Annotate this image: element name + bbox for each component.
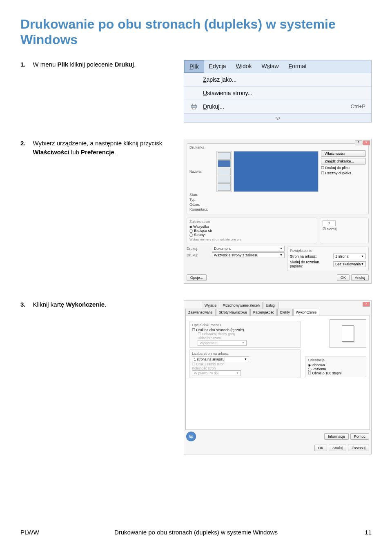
menu-tab-wstaw[interactable]: Wstaw bbox=[257, 60, 284, 73]
znajdz-drukarke-button[interactable]: Znajdź drukarkę... bbox=[321, 158, 366, 165]
s1-pre: W menu bbox=[33, 61, 58, 68]
menu-expand-chevron[interactable] bbox=[184, 114, 371, 122]
step-3: 3. Kliknij kartę Wykończenie. ✕ Wyjście … bbox=[20, 300, 372, 454]
chk-druk-2str[interactable]: Druk na obu stronach (ręcznie) bbox=[192, 328, 298, 332]
blank-icon bbox=[190, 76, 200, 84]
s1-b1: Plik bbox=[58, 61, 69, 68]
ok-button[interactable]: OK bbox=[337, 274, 350, 281]
skaluj-combo[interactable]: Bez skalowania▼ bbox=[333, 261, 366, 267]
tab-zaawansowane[interactable]: Zaawansowane bbox=[185, 309, 216, 316]
step-3-num: 3. bbox=[20, 300, 26, 309]
close-sysbutton[interactable]: ✕ bbox=[363, 302, 370, 307]
reczny-dupleks-checkbox[interactable]: Ręczny dupleks bbox=[321, 171, 366, 175]
liczba-val: 1 strona na arkuszu bbox=[194, 357, 225, 361]
drukuj-zakres-combo[interactable]: Wszystkie strony z zakresu▼ bbox=[212, 252, 285, 258]
help-sysbutton[interactable]: ? bbox=[355, 140, 362, 145]
drukuj-do-pliku-checkbox[interactable]: Drukuj do pliku bbox=[321, 166, 366, 170]
drukuj-combo-val: Dokument bbox=[214, 247, 231, 251]
grp-opcje-dok: Opcje dokumentu bbox=[192, 323, 298, 327]
ok-button[interactable]: OK bbox=[314, 445, 327, 451]
lbl-skaluj: Skaluj do rozmiaru papieru: bbox=[290, 260, 331, 268]
step-2-num: 2. bbox=[20, 139, 26, 157]
chevron-down-icon: ▼ bbox=[244, 358, 247, 361]
grp-drukarka: Drukarka bbox=[189, 145, 366, 149]
s2-b2: Preferencje bbox=[81, 149, 114, 156]
radio-pionowa[interactable]: Pionowa bbox=[308, 363, 363, 367]
radio-biezaca[interactable]: Bieżąca str bbox=[189, 229, 314, 233]
orientation-preview bbox=[330, 319, 366, 348]
wlasciwosci-button[interactable]: Właściwości bbox=[321, 150, 366, 157]
footer-left: PLWW bbox=[20, 529, 39, 536]
s1-mid: kliknij polecenie bbox=[68, 61, 114, 68]
opcje-button[interactable]: Opcje... bbox=[187, 274, 207, 281]
tab-efekty[interactable]: Efekty bbox=[277, 309, 293, 316]
footer-center: Drukowanie po obu stronach (dupleks) w s… bbox=[114, 529, 278, 536]
printer-option-icon[interactable] bbox=[218, 183, 231, 191]
stron-val: 1 strona bbox=[335, 254, 349, 258]
step-1-body: W menu Plik kliknij polecenie Drukuj. bbox=[33, 60, 136, 69]
drukuj-label: Drukuj... bbox=[203, 103, 351, 110]
menu-tab-edycja[interactable]: Edycja bbox=[204, 60, 231, 73]
tab-wykonczenie[interactable]: Wykończenie bbox=[293, 309, 319, 316]
tab-skroty[interactable]: Skróty klawiszowe bbox=[216, 309, 250, 316]
footer-pagenum: 11 bbox=[365, 529, 372, 536]
liczba-stron-combo[interactable]: 1 strona na arkuszu▼ bbox=[192, 356, 249, 362]
anuluj-button[interactable]: Anuluj bbox=[351, 274, 369, 281]
stron-combo[interactable]: 1 strona▼ bbox=[333, 254, 366, 259]
kopie-spinner[interactable]: 1 bbox=[323, 220, 336, 226]
s2-post: . bbox=[114, 149, 116, 156]
sortuj-checkbox[interactable]: Sortuj bbox=[323, 227, 366, 231]
menu-item-zapisz-jako[interactable]: Zapisz jako... bbox=[184, 73, 371, 87]
tab-przechowywanie[interactable]: Przechowywanie zleceń bbox=[220, 302, 263, 309]
grp-orientacja: Orientacja bbox=[308, 358, 363, 362]
printer-option-icon[interactable] bbox=[218, 152, 231, 160]
pomoc-button[interactable]: Pomoc bbox=[350, 433, 369, 440]
radio-strony[interactable]: Strony: bbox=[189, 233, 314, 237]
figure-print-dialog: ? ✕ Drukarka Nazwa: bbox=[184, 139, 372, 284]
chevron-down-icon: ▼ bbox=[242, 341, 245, 344]
page-title: Drukowanie po obu stronach (dupleks) w s… bbox=[20, 16, 372, 48]
s3-b1: Wykończenie bbox=[66, 301, 105, 308]
anuluj-button[interactable]: Anuluj bbox=[329, 445, 346, 451]
ustawienia-label: Ustawienia strony... bbox=[203, 90, 365, 96]
s2-mid: lub bbox=[69, 149, 81, 156]
drukuj-combo[interactable]: Dokument▼ bbox=[212, 246, 285, 252]
hp-logo-icon: hp bbox=[186, 432, 196, 441]
tab-papier[interactable]: Papier/jakość bbox=[250, 309, 277, 316]
step-3-text: 3. Kliknij kartę Wykończenie. bbox=[20, 300, 176, 309]
skaluj-val: Bez skalowania bbox=[335, 262, 361, 266]
s3-post: . bbox=[105, 301, 106, 308]
uklad-val: Wyłączone bbox=[200, 341, 217, 345]
zastosuj-button[interactable]: Zastosuj bbox=[348, 445, 369, 451]
printer-option-icon[interactable] bbox=[218, 168, 231, 175]
printer-name-field[interactable] bbox=[234, 151, 318, 192]
printer-option-icon[interactable] bbox=[218, 160, 231, 167]
lbl-nazwa: Nazwa: bbox=[189, 169, 212, 174]
informacje-button[interactable]: Informacje bbox=[324, 433, 349, 440]
lbl-komentarz: Komentarz: bbox=[189, 207, 212, 211]
menu-tab-format[interactable]: Format bbox=[284, 60, 312, 73]
chevron-down-icon: ▼ bbox=[361, 263, 364, 265]
drukuj-zakres-val: Wszystkie strony z zakresu bbox=[214, 253, 258, 257]
chevron-down-icon: ▼ bbox=[280, 247, 283, 250]
radio-wszystko[interactable]: Wszystko bbox=[189, 225, 314, 229]
chk-obrot[interactable]: Obróć o 180 stopni bbox=[308, 371, 363, 375]
menu-item-drukuj[interactable]: Drukuj... Ctrl+P bbox=[184, 100, 371, 114]
zakres-hint: Wstaw numery stron oddzielone prz bbox=[189, 238, 314, 241]
step-2-body: Wybierz urządzenie, a następnie kliknij … bbox=[33, 139, 176, 157]
radio-pozioma[interactable]: Pozioma bbox=[308, 367, 363, 371]
printer-select-list[interactable] bbox=[216, 151, 232, 192]
printer-option-icon[interactable] bbox=[218, 176, 231, 183]
tab-plik-rest: lik bbox=[193, 63, 198, 70]
close-sysbutton[interactable]: ✕ bbox=[363, 140, 370, 145]
menu-tab-widok[interactable]: Widok bbox=[231, 60, 257, 73]
lbl-drukuj1: Drukuj: bbox=[187, 247, 209, 251]
lbl-liczba-stron: Liczba stron na arkusz bbox=[192, 352, 298, 356]
menu-item-ustawienia-strony[interactable]: Ustawienia strony... bbox=[184, 87, 371, 100]
zapisz-label: Zapisz jako... bbox=[203, 76, 365, 83]
tab-wyjscie[interactable]: Wyjście bbox=[202, 302, 219, 309]
menu-tab-plik[interactable]: Plik bbox=[184, 60, 204, 73]
lbl-drukuj2: Drukuj: bbox=[187, 253, 209, 257]
tab-uslugi[interactable]: Usługi bbox=[263, 302, 278, 309]
drukuj-shortcut: Ctrl+P bbox=[351, 103, 365, 109]
